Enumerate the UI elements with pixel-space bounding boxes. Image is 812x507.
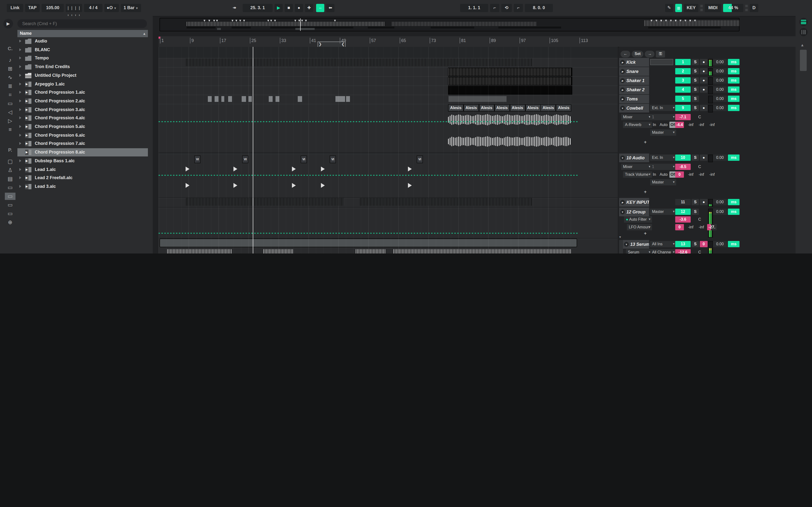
list-item[interactable]: ▶Chord Progression 4.alc	[17, 114, 148, 122]
list-item[interactable]: Tempo	[17, 54, 148, 62]
expand-arrow-icon[interactable]	[19, 108, 21, 111]
solo-button[interactable]: S	[692, 241, 699, 247]
browser-name-header[interactable]: Name▲	[17, 30, 148, 37]
kick-midi-clip[interactable]	[186, 58, 532, 66]
ms-badge[interactable]: ms	[728, 155, 740, 161]
alesis-clip[interactable]: Alesis	[479, 104, 495, 112]
track-name[interactable]: 12 Group▼	[619, 208, 649, 216]
track-name[interactable]: 10 Audio▼	[619, 154, 649, 162]
monitor-auto[interactable]: Auto	[659, 171, 668, 178]
volume-value[interactable]: -8.5	[675, 164, 691, 170]
list-item[interactable]: ▶Chord Progression 7.alc	[17, 140, 148, 148]
add-automation-lane-button[interactable]: +	[642, 139, 648, 145]
add-automation-lane-button[interactable]: +	[642, 189, 648, 195]
toms-clip[interactable]	[221, 96, 224, 102]
audio-effects-icon[interactable]: ∿	[5, 74, 15, 81]
expand-arrow-icon[interactable]	[19, 82, 21, 85]
toms-clip[interactable]	[208, 96, 212, 102]
keyinput-clip[interactable]	[360, 198, 532, 206]
expand-arrow-icon[interactable]	[19, 151, 21, 154]
device-select[interactable]: ● Auto Filter▼	[624, 216, 652, 223]
toms-clip[interactable]	[215, 96, 218, 102]
toms-clip[interactable]	[449, 96, 507, 102]
track-name[interactable]: 13 Serum▼	[623, 240, 649, 249]
expand-arrow-icon[interactable]	[19, 168, 21, 171]
v-clip[interactable]: VI	[194, 156, 201, 163]
track-name[interactable]: Shaker 2▶	[619, 86, 649, 94]
riser-clip[interactable]	[292, 183, 296, 188]
param-select[interactable]: Track Volume▼	[623, 171, 652, 178]
current-project-icon[interactable]: ▢	[5, 158, 15, 165]
list-item[interactable]: ▶Chord Progression 2.alc	[17, 97, 148, 105]
input-select[interactable]: Ext. In▼	[650, 155, 676, 161]
output-select[interactable]: Master▼	[650, 179, 676, 185]
riser-clip[interactable]	[292, 167, 296, 171]
solo-button[interactable]: S	[692, 199, 699, 205]
expand-arrow-icon[interactable]	[19, 142, 21, 145]
shaker1-clip[interactable]	[448, 77, 572, 86]
monitor-auto[interactable]: Auto	[659, 122, 668, 128]
overdub-button[interactable]: ✚	[305, 4, 313, 12]
track-delay[interactable]: 0.00	[713, 87, 727, 93]
alesis-clip[interactable]: Alesis	[556, 104, 571, 112]
arrangement-position-field[interactable]: 25. 3. 1	[243, 4, 272, 12]
add-folder-icon[interactable]: ⊕	[5, 219, 15, 226]
quantization-menu[interactable]: 1 Bar▼	[121, 4, 141, 12]
loop-switch-icon[interactable]: ⟲	[501, 4, 512, 12]
track-lane[interactable]	[158, 154, 618, 198]
pan-value[interactable]: C	[692, 164, 708, 170]
follow-button[interactable]: ↠	[229, 4, 240, 12]
track-number[interactable]: 11	[675, 199, 691, 205]
user-library-icon[interactable]: ♙	[5, 167, 15, 174]
serum-group-clip-bar[interactable]	[159, 238, 577, 247]
snare-clip[interactable]	[448, 68, 572, 76]
stop-button[interactable]: ■	[285, 4, 293, 12]
instruments-icon[interactable]: ≣	[5, 82, 15, 90]
list-item[interactable]: ▶Chord Progression 3.alc	[17, 106, 148, 114]
expand-arrow-icon[interactable]	[19, 100, 21, 102]
tempo-field[interactable]: 105.00	[42, 4, 64, 12]
browser-collapse-icon[interactable]: ▶	[3, 19, 13, 29]
back-to-arrangement-button[interactable]: ⬅	[326, 4, 335, 12]
riser-clip[interactable]	[408, 167, 412, 171]
alesis-clip[interactable]: Alesis	[525, 104, 541, 112]
riser-clip[interactable]	[186, 167, 190, 171]
expand-arrow-icon[interactable]	[19, 159, 21, 162]
track-delay[interactable]: 0.00	[713, 241, 727, 247]
expand-arrow-icon[interactable]	[19, 91, 21, 94]
v-clip[interactable]: VI	[242, 156, 248, 163]
key-map-button[interactable]: KEY	[684, 4, 698, 12]
ms-badge[interactable]: ms	[728, 87, 740, 93]
send-value[interactable]: -inf	[697, 122, 706, 128]
forward-button[interactable]: →	[645, 51, 655, 57]
automation-line[interactable]	[158, 175, 577, 176]
track-fold-icon[interactable]: ▶	[620, 200, 625, 205]
samples-icon[interactable]: ◁	[5, 109, 15, 116]
expand-arrow-icon[interactable]	[19, 133, 21, 136]
riser-clip[interactable]	[321, 183, 325, 188]
output-select[interactable]: Master▼	[650, 209, 676, 215]
track-name[interactable]: Cowbell▼	[619, 104, 649, 113]
input-box[interactable]	[650, 59, 673, 65]
send-value[interactable]: -inf	[707, 122, 717, 128]
arm-button[interactable]: ●	[700, 87, 708, 93]
list-item[interactable]: ▶Chord Progression 8.alc	[17, 148, 148, 157]
param-value[interactable]: 0	[675, 171, 684, 178]
track-delay[interactable]: 0.00	[713, 59, 727, 65]
arm-button[interactable]: ●	[700, 59, 708, 65]
ms-badge[interactable]: ms	[728, 68, 740, 74]
midi-map-button[interactable]: MIDI	[705, 4, 721, 12]
toms-clip[interactable]	[242, 96, 246, 102]
solo-button[interactable]: S	[692, 105, 699, 111]
drums-icon[interactable]: ⊞	[5, 65, 15, 72]
pan-value[interactable]: C	[692, 114, 708, 120]
bar-ruler[interactable]: ❯❮	[158, 36, 812, 47]
list-item[interactable]: ▶Chord Progression 1.alc	[17, 89, 148, 97]
track-number[interactable]: 10	[675, 155, 691, 161]
monitor-in[interactable]: In	[651, 122, 658, 128]
arm-button[interactable]: ●	[700, 199, 708, 205]
riser-clip[interactable]	[321, 167, 325, 171]
param-value[interactable]: -4.4	[675, 122, 684, 128]
arrangement-overview[interactable]	[159, 18, 740, 32]
track-name[interactable]: Toms▶	[619, 95, 649, 103]
